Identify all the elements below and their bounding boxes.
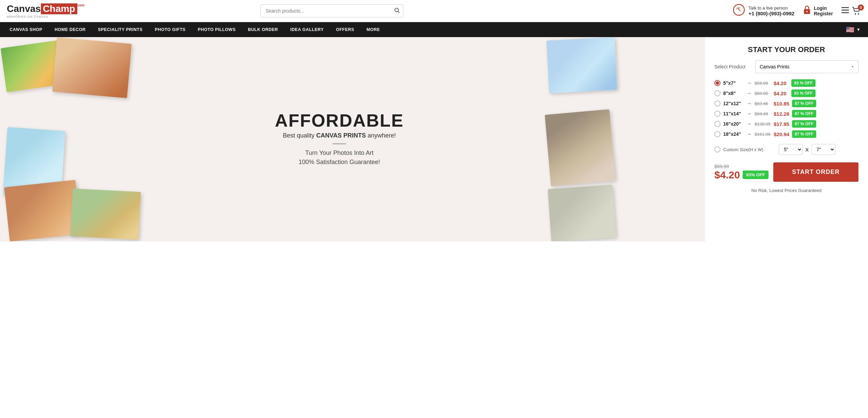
size-label-8x8: 8"x8" <box>723 91 744 96</box>
radio-18x24[interactable] <box>714 131 720 137</box>
off-badge-16x20: 87 % OFF <box>792 120 816 128</box>
sale-price-8x8: $4.20 <box>774 91 789 96</box>
start-order-button[interactable]: START ORDER <box>773 162 858 182</box>
order-panel: START YOUR ORDER Select Product Canvas P… <box>704 37 868 241</box>
radio-8x8[interactable] <box>714 90 720 96</box>
original-price-5x7: $59.99 <box>755 81 771 86</box>
original-price-18x24: $161.06 <box>755 132 771 137</box>
off-badge-12x12: 87 % OFF <box>792 100 816 107</box>
logo-champ-text: Champ <box>41 3 77 14</box>
arrow-icon: → <box>746 80 752 86</box>
off-badge-18x24: 87 % OFF <box>792 130 816 138</box>
hero-divider <box>332 143 346 144</box>
menu-icon[interactable] <box>841 6 849 15</box>
flag-caret-icon: ▼ <box>856 27 861 32</box>
nav-item-more[interactable]: MORE <box>360 22 386 37</box>
off-badge-11x14: 87 % OFF <box>792 110 816 117</box>
logo-com-text: .com <box>77 4 84 7</box>
logo: Canvas Champ .com MEMORIES ON CANVAS <box>7 3 85 18</box>
hero-sub1-suffix: anywhere! <box>366 132 396 139</box>
canvas-image-8 <box>548 185 616 241</box>
canvas-image-7 <box>70 189 141 240</box>
hero-section: AFFORDABLE Best quality CANVAS PRINTS an… <box>0 37 704 241</box>
hero-sub2-line1: Turn Your Photos Into Art <box>275 148 404 158</box>
svg-point-12 <box>858 13 859 15</box>
bottom-original-price: $59.99 <box>714 164 769 169</box>
radio-16x20[interactable] <box>714 121 720 127</box>
radio-5x7[interactable] <box>714 80 720 86</box>
price-block: $59.99 $4.20 93% OFF <box>714 164 769 181</box>
search-bar <box>260 4 403 17</box>
nav-item-speciality-prints[interactable]: SPECIALITY PRINTS <box>92 22 149 37</box>
flag-icon: 🇺🇸 <box>846 26 854 34</box>
size-row-11x14[interactable]: 11"x14"→$94.49$12.2887 % OFF <box>714 109 858 119</box>
nav-item-home-decor[interactable]: HOME DECOR <box>48 22 92 37</box>
product-select-label: Select Product <box>714 64 752 69</box>
size-row-12x12[interactable]: 12"x12"→$83.46$10.8587 % OFF <box>714 98 858 109</box>
size-label-16x20: 16"x20" <box>723 121 744 127</box>
arrow-icon: → <box>746 90 752 96</box>
svg-line-1 <box>398 11 399 13</box>
nav-item-canvas-shop[interactable]: CANVAS SHOP <box>3 22 48 37</box>
custom-width-select[interactable]: 7"8"10"12"14" <box>811 144 835 155</box>
original-price-8x8: $60.00 <box>755 91 771 96</box>
hero-sub1-bold: CANVAS PRINTS <box>316 132 366 139</box>
sale-price-5x7: $4.20 <box>774 80 789 86</box>
flag-selector[interactable]: 🇺🇸 ▼ <box>842 22 865 37</box>
svg-point-11 <box>855 13 856 15</box>
off-badge-8x8: 93 % OFF <box>791 90 816 97</box>
hero-sub1: Best quality CANVAS PRINTS anywhere! <box>275 132 404 139</box>
svg-rect-8 <box>841 7 849 8</box>
nav-item-bulk-order[interactable]: BULK ORDER <box>242 22 284 37</box>
radio-12x12[interactable] <box>714 100 720 107</box>
size-row-18x24[interactable]: 18"x24"→$161.06$20.9487 % OFF <box>714 129 858 139</box>
bottom-cta: $59.99 $4.20 93% OFF START ORDER <box>714 162 858 182</box>
sale-price-16x20: $17.95 <box>774 121 789 127</box>
nav-item-idea-gallery[interactable]: IDEA GALLERY <box>284 22 330 37</box>
size-rows-container: 5"x7"→$59.99$4.2093 % OFF8"x8"→$60.00$4.… <box>714 78 858 139</box>
size-row-16x20[interactable]: 16"x20"→$138.05$17.9587 % OFF <box>714 119 858 129</box>
arrow-icon: → <box>746 121 752 127</box>
arrow-icon: → <box>746 131 752 137</box>
sale-price-18x24: $20.94 <box>774 131 789 137</box>
custom-size-row: Custom Size(H x W) 5"6"8"10"12" X 7"8"10… <box>714 144 858 155</box>
support-title: Talk to a live person <box>748 5 794 11</box>
svg-rect-10 <box>841 12 849 13</box>
custom-height-select[interactable]: 5"6"8"10"12" <box>779 144 803 155</box>
canvas-image-3 <box>546 37 617 93</box>
support-text: Talk to a live person +1 (800)-(993)-099… <box>748 5 794 16</box>
product-select-dropdown[interactable]: Canvas Prints Photo Pillows Photo Gifts … <box>755 60 858 73</box>
size-label-12x12: 12"x12" <box>723 101 744 106</box>
size-row-5x7[interactable]: 5"x7"→$59.99$4.2093 % OFF <box>714 78 858 88</box>
hero-sub1-prefix: Best quality <box>283 132 316 139</box>
sale-price-12x12: $10.85 <box>774 101 789 107</box>
search-icon[interactable] <box>394 7 400 15</box>
nav-item-offers[interactable]: OFFERS <box>330 22 360 37</box>
main-nav: CANVAS SHOP HOME DECOR SPECIALITY PRINTS… <box>0 22 868 37</box>
nav-item-photo-gifts[interactable]: PHOTO GIFTS <box>149 22 192 37</box>
canvas-image-2 <box>52 37 131 98</box>
search-input[interactable] <box>260 4 403 17</box>
clock-icon: 24 <box>733 4 745 18</box>
login-text: Login Register <box>814 5 833 16</box>
svg-rect-9 <box>841 10 849 11</box>
order-title: START YOUR ORDER <box>714 45 858 54</box>
radio-11x14[interactable] <box>714 111 720 117</box>
login-block[interactable]: Login Register <box>803 5 833 17</box>
custom-radio[interactable] <box>714 146 720 152</box>
x-separator: X <box>805 147 809 152</box>
product-select-row: Select Product Canvas Prints Photo Pillo… <box>714 60 858 73</box>
header-right: 24 Talk to a live person +1 (800)-(993)-… <box>733 4 861 18</box>
login-label[interactable]: Login <box>814 5 833 11</box>
support-phone: +1 (800)-(993)-0992 <box>748 11 794 16</box>
hero-sub2: Turn Your Photos Into Art 100% Satisfact… <box>275 148 404 167</box>
canvas-image-5 <box>545 109 616 186</box>
register-label[interactable]: Register <box>814 11 833 16</box>
svg-line-5 <box>739 10 741 11</box>
svg-point-0 <box>395 8 399 12</box>
nav-item-photo-pillows[interactable]: PHOTO PILLOWS <box>192 22 242 37</box>
cart-wrap[interactable]: 0 <box>852 6 861 15</box>
logo-subtitle: MEMORIES ON CANVAS <box>7 15 85 18</box>
size-row-8x8[interactable]: 8"x8"→$60.00$4.2093 % OFF <box>714 88 858 98</box>
arrow-icon: → <box>746 100 752 107</box>
